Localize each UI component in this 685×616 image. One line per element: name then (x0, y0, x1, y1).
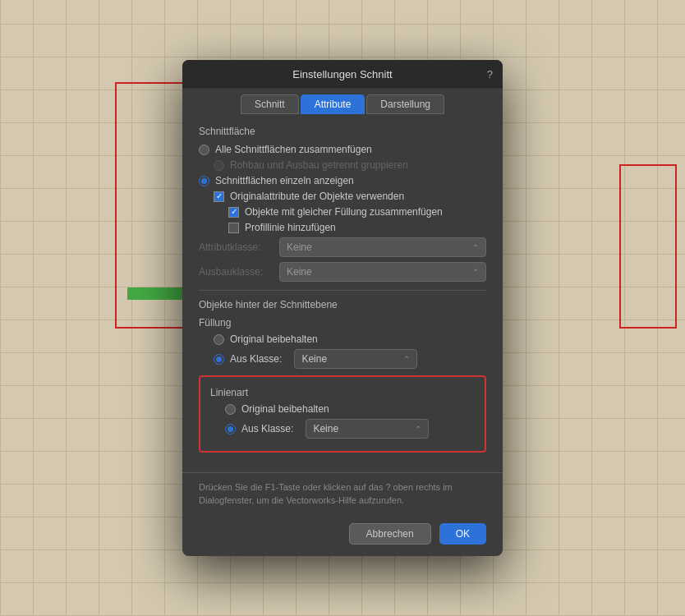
checkbox-profillinie[interactable]: Profillinie hinzufügen (199, 222, 486, 233)
radio-fuellung-original-circle (214, 334, 224, 345)
dialog-content: Schnittfläche Alle Schnittflächen zusamm… (182, 114, 503, 472)
checkbox-gleiche-fuellung[interactable]: Objekte mit gleicher Füllung zusammenfüg… (199, 206, 486, 218)
radio-fuellung-original-label: Original beibehalten (230, 333, 318, 345)
radio-einzeln-circle (199, 176, 209, 186)
tab-schnitt[interactable]: Schnitt (241, 94, 299, 114)
dialog: Einstellungen Schnitt ? Schnitt Attribut… (182, 60, 503, 556)
linienart-section: Linienart Original beibehalten Aus Klass… (199, 375, 486, 453)
radio-alle[interactable]: Alle Schnittflächen zusammenfügen (199, 144, 486, 155)
fuellung-sublabel: Füllung (199, 317, 486, 329)
radio-fuellung-klasse-circle (214, 354, 224, 365)
checkbox-originalattr[interactable]: Originalattribute der Objekte verwenden (199, 191, 486, 202)
checkbox-gleiche-fuellung-label: Objekte mit gleicher Füllung zusammenfüg… (245, 206, 443, 218)
tab-darstellung[interactable]: Darstellung (366, 94, 444, 114)
dialog-buttons: Abbrechen OK (182, 515, 503, 556)
dialog-overlay: Einstellungen Schnitt ? Schnitt Attribut… (0, 0, 685, 616)
checkbox-gleiche-fuellung-box (228, 207, 239, 218)
ausbauklasse-label: Ausbauklasse: (199, 266, 273, 278)
schnittflaeche-label: Schnittfläche (199, 126, 486, 137)
radio-alle-label: Alle Schnittflächen zusammenfügen (215, 144, 372, 155)
radio-linienart-klasse-label: Aus Klasse: (241, 423, 293, 434)
checkbox-profillinie-box (228, 223, 239, 233)
checkbox-originalattr-box (214, 191, 224, 202)
radio-linienart-original-circle (225, 404, 236, 415)
radio-alle-circle (199, 145, 209, 155)
radio-fuellung-klasse-label: Aus Klasse: (230, 353, 282, 365)
tab-attribute[interactable]: Attribute (301, 94, 365, 114)
radio-linienart-klasse[interactable]: Aus Klasse: Keine ⌃ (210, 419, 475, 439)
radio-fuellung-original[interactable]: Original beibehalten (199, 333, 486, 345)
radio-linienart-klasse-circle (225, 424, 236, 434)
radio-linienart-original[interactable]: Original beibehalten (210, 403, 475, 415)
radio-rohbau-circle (214, 160, 224, 171)
radio-rohbau: Rohbau und Ausbau getrennt gruppieren (199, 159, 486, 171)
attributklasse-dropdown: Keine ⌃ (279, 237, 486, 257)
radio-rohbau-label: Rohbau und Ausbau getrennt gruppieren (230, 159, 408, 171)
divider-1 (199, 290, 486, 291)
dialog-tabs: Schnitt Attribute Darstellung (182, 88, 503, 114)
linienart-klasse-chevron: ⌃ (415, 425, 421, 434)
linienart-klasse-dropdown[interactable]: Keine ⌃ (306, 419, 429, 439)
dialog-titlebar: Einstellungen Schnitt ? (182, 60, 503, 88)
dialog-title: Einstellungen Schnitt (292, 68, 392, 80)
footer-help: Drücken Sie die F1-Taste oder klicken au… (182, 472, 503, 515)
ausbauklasse-row: Ausbauklasse: Keine ⌃ (199, 262, 486, 282)
checkbox-profillinie-label: Profillinie hinzufügen (245, 222, 336, 233)
attributklasse-chevron: ⌃ (472, 243, 479, 252)
help-button[interactable]: ? (487, 67, 493, 80)
ok-button[interactable]: OK (439, 523, 486, 545)
attributklasse-row: Attributklasse: Keine ⌃ (199, 237, 486, 257)
radio-fuellung-klasse[interactable]: Aus Klasse: Keine ⌃ (199, 349, 486, 369)
radio-einzeln-label: Schnittflächen einzeln anzeigen (215, 175, 354, 186)
linienart-label: Linienart (210, 387, 475, 398)
fuellung-klasse-dropdown[interactable]: Keine ⌃ (294, 349, 417, 369)
radio-linienart-original-label: Original beibehalten (241, 403, 329, 415)
ausbauklasse-chevron: ⌃ (472, 268, 479, 277)
cancel-button[interactable]: Abbrechen (349, 523, 431, 545)
objekte-hinter-label: Objekte hinter der Schnittebene (199, 299, 486, 310)
ausbauklasse-dropdown: Keine ⌃ (279, 262, 486, 282)
fuellung-klasse-chevron: ⌃ (403, 355, 410, 364)
radio-einzeln[interactable]: Schnittflächen einzeln anzeigen (199, 175, 486, 186)
checkbox-originalattr-label: Originalattribute der Objekte verwenden (230, 191, 404, 202)
attributklasse-label: Attributklasse: (199, 241, 273, 253)
